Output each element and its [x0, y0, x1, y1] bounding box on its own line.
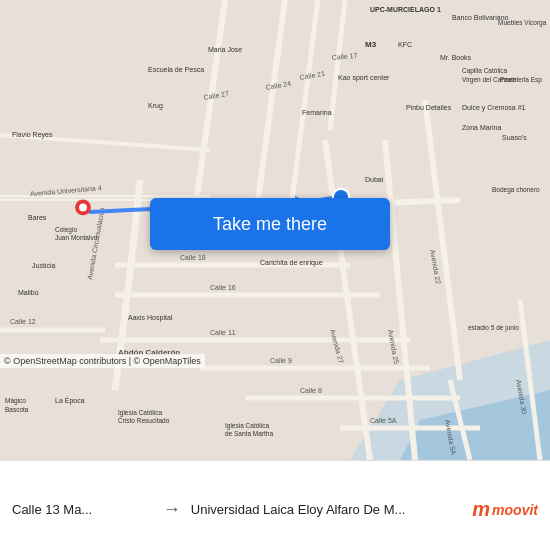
svg-text:Bodega chonero: Bodega chonero: [492, 186, 540, 194]
svg-text:Calle 11: Calle 11: [210, 329, 236, 336]
svg-text:Calle 5A: Calle 5A: [370, 417, 397, 424]
svg-text:Capilla Católica: Capilla Católica: [462, 67, 508, 75]
svg-text:de Santa Martha: de Santa Martha: [225, 430, 273, 437]
svg-text:estadio 5 de junio: estadio 5 de junio: [468, 324, 519, 332]
svg-text:Juan Montalvo: Juan Montalvo: [55, 234, 98, 241]
svg-text:Mr. Books: Mr. Books: [440, 54, 472, 61]
svg-text:Calle 9: Calle 9: [270, 357, 292, 364]
svg-text:Flavio Reyes: Flavio Reyes: [12, 131, 53, 139]
svg-text:La Época: La Época: [55, 396, 85, 405]
svg-text:Calle 12: Calle 12: [10, 318, 36, 325]
moovit-logo-text: moovit: [492, 502, 538, 518]
svg-text:Justicia: Justicia: [32, 262, 55, 269]
svg-text:Calle 16: Calle 16: [210, 284, 236, 291]
svg-text:Suaso's: Suaso's: [502, 134, 527, 141]
svg-text:Iglesia Católica: Iglesia Católica: [225, 422, 269, 430]
destination-name: Universidad Laica Eloy Alfaro De M...: [191, 502, 473, 517]
svg-text:Femarina: Femarina: [302, 109, 332, 116]
svg-text:Krug: Krug: [148, 102, 163, 110]
svg-text:Kao sport center: Kao sport center: [338, 74, 390, 82]
svg-text:Escuela de Pesca: Escuela de Pesca: [148, 66, 204, 73]
svg-text:Maria Jose: Maria Jose: [208, 46, 242, 53]
svg-text:Cristo Resucitado: Cristo Resucitado: [118, 417, 170, 424]
origin-pin: [72, 198, 94, 220]
origin-name: Calle 13 Ma...: [12, 502, 153, 517]
origin-info: Calle 13 Ma...: [12, 502, 153, 517]
svg-text:Pinbu Detalles: Pinbu Detalles: [406, 104, 452, 111]
bottom-bar: Calle 13 Ma... → Universidad Laica Eloy …: [0, 460, 550, 550]
moovit-logo: m moovit: [472, 498, 538, 521]
svg-text:Calle 18: Calle 18: [180, 254, 206, 261]
direction-arrow-icon: →: [153, 499, 191, 520]
svg-text:Aaxis Hospital: Aaxis Hospital: [128, 314, 173, 322]
svg-text:Muebles Vicorga: Muebles Vicorga: [498, 19, 547, 27]
svg-text:Calle 8: Calle 8: [300, 387, 322, 394]
svg-text:Colegio: Colegio: [55, 226, 77, 234]
svg-text:Iglesia Católica: Iglesia Católica: [118, 409, 162, 417]
svg-text:Bascota: Bascota: [5, 406, 29, 413]
svg-text:UPC-MURCIELAGO 1: UPC-MURCIELAGO 1: [370, 6, 441, 13]
svg-point-79: [79, 204, 87, 212]
svg-text:Dubai: Dubai: [365, 176, 384, 183]
svg-text:Mágico: Mágico: [5, 397, 26, 405]
map-attribution: © OpenStreetMap contributors | © OpenMap…: [0, 354, 205, 368]
moovit-logo-icon: m: [472, 498, 490, 521]
svg-text:Bares: Bares: [28, 214, 47, 221]
svg-text:Zona Marina: Zona Marina: [462, 124, 501, 131]
map-container: Avenida Universitaria 4 Calle 18 Calle 1…: [0, 0, 550, 460]
take-me-there-button[interactable]: Take me there: [150, 198, 390, 250]
svg-text:Pastelerla Esp: Pastelerla Esp: [500, 76, 542, 84]
svg-text:Carichita de enrique: Carichita de enrique: [260, 259, 323, 267]
svg-text:Dulce y Cremosa #1: Dulce y Cremosa #1: [462, 104, 526, 112]
svg-text:M3: M3: [365, 40, 377, 49]
svg-text:KFC: KFC: [398, 41, 412, 48]
destination-info: Universidad Laica Eloy Alfaro De M...: [191, 502, 473, 517]
svg-text:Malibú: Malibú: [18, 289, 39, 296]
